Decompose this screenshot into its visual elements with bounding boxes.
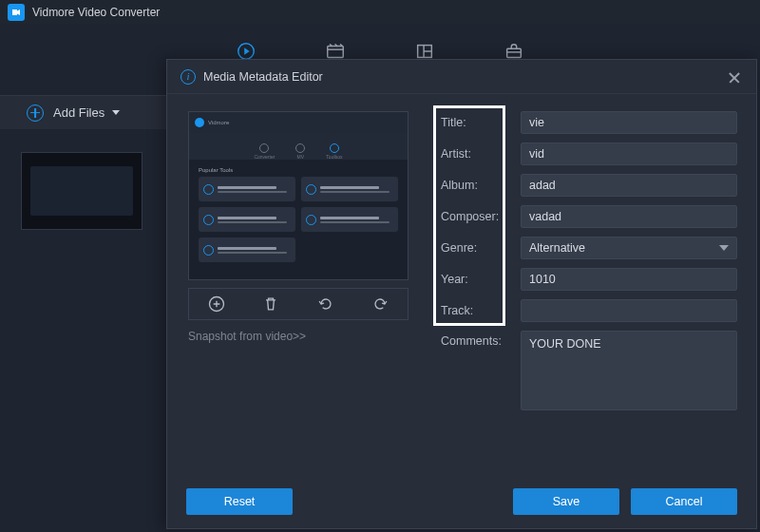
snapshot-tools — [188, 288, 408, 320]
comments-field[interactable] — [521, 331, 737, 410]
title-field[interactable] — [521, 111, 737, 134]
genre-value: Alternative — [529, 241, 585, 255]
genre-select[interactable]: Alternative — [521, 237, 737, 259]
label-comments: Comments: — [441, 331, 511, 348]
svg-rect-3 — [507, 48, 522, 57]
app-icon — [8, 4, 25, 21]
snapshot-from-video-link[interactable]: Snapshot from video>> — [188, 330, 408, 343]
svg-rect-1 — [328, 47, 344, 58]
titlebar: Vidmore Video Converter — [0, 0, 760, 25]
add-files-label: Add Files — [53, 105, 104, 120]
cancel-button[interactable]: Cancel — [631, 488, 737, 515]
track-field[interactable] — [521, 299, 737, 322]
label-artist: Artist: — [441, 147, 511, 161]
year-field[interactable] — [521, 268, 737, 291]
app-title: Vidmore Video Converter — [32, 6, 160, 19]
redo-button[interactable] — [368, 292, 392, 316]
add-snapshot-button[interactable] — [204, 292, 229, 316]
modal-header: i Media Metadata Editor — [167, 60, 756, 94]
label-year: Year: — [441, 273, 511, 286]
modal-footer: Reset Save Cancel — [167, 475, 756, 528]
save-button[interactable]: Save — [513, 488, 619, 515]
metadata-editor-modal: i Media Metadata Editor Vidmore Converte… — [166, 59, 757, 529]
info-icon: i — [180, 69, 196, 85]
plus-circle-icon — [27, 104, 44, 122]
label-album: Album: — [441, 179, 511, 192]
label-composer: Composer: — [441, 210, 511, 223]
preview-header: Vidmore — [189, 112, 408, 133]
preview-subtitle: Popular Tools — [199, 167, 398, 173]
thumbnail-image — [30, 166, 133, 217]
label-track: Track: — [441, 304, 511, 317]
snapshot-preview: Vidmore Converter MV Toolbox Popular Too… — [188, 111, 408, 280]
label-title: Title: — [441, 116, 511, 129]
preview-tabs: Converter MV Toolbox — [189, 133, 408, 160]
reset-button[interactable]: Reset — [186, 488, 293, 515]
album-field[interactable] — [521, 174, 737, 197]
media-thumbnail[interactable] — [21, 152, 142, 230]
composer-field[interactable] — [521, 205, 737, 228]
modal-body: Vidmore Converter MV Toolbox Popular Too… — [167, 94, 756, 475]
label-genre: Genre: — [441, 241, 511, 255]
modal-title: Media Metadata Editor — [203, 70, 323, 84]
chevron-down-icon — [112, 110, 120, 115]
metadata-form: Title: Artist: Album: Composer: Genre: A… — [441, 111, 737, 466]
add-files-button[interactable]: Add Files — [0, 95, 166, 129]
preview-column: Vidmore Converter MV Toolbox Popular Too… — [188, 111, 408, 466]
close-icon[interactable] — [726, 68, 743, 86]
undo-button[interactable] — [314, 292, 338, 316]
chevron-down-icon — [719, 245, 729, 251]
delete-snapshot-button[interactable] — [258, 292, 283, 316]
artist-field[interactable] — [521, 142, 737, 165]
